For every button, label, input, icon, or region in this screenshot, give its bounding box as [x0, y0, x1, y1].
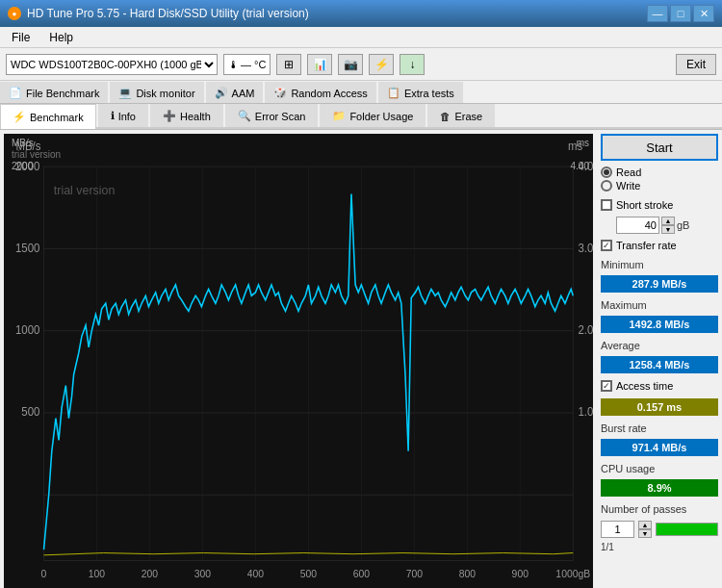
read-label: Read: [616, 166, 641, 178]
trial-watermark: trial version: [12, 149, 61, 160]
menu-help[interactable]: Help: [45, 30, 77, 45]
progress-fill: [657, 524, 717, 535]
random-access-label: Random Access: [291, 88, 367, 99]
burst-rate-label: Burst rate: [601, 421, 718, 434]
tab-bar-row2: ⚡ Benchmark ℹ Info ➕ Health 🔍 Error Scan…: [0, 104, 722, 129]
gb-input[interactable]: [616, 217, 659, 234]
toolbar-btn-1[interactable]: ⊞: [276, 54, 301, 75]
folder-usage-label: Folder Usage: [349, 111, 413, 122]
tab-disk-monitor[interactable]: 💻 Disk monitor: [110, 82, 203, 103]
svg-text:300: 300: [194, 567, 211, 579]
read-write-group: Read Write: [601, 165, 718, 193]
progress-bar: [656, 523, 718, 536]
access-time-checkbox[interactable]: Access time: [601, 378, 718, 394]
window-title: HD Tune Pro 5.75 - Hard Disk/SSD Utility…: [27, 7, 309, 20]
file-benchmark-icon: 📄: [9, 87, 22, 99]
health-label: Health: [180, 111, 211, 122]
tab-folder-usage[interactable]: 📁 Folder Usage: [320, 104, 425, 127]
disk-monitor-label: Disk monitor: [136, 88, 194, 99]
toolbar-btn-4[interactable]: ⚡: [369, 54, 394, 75]
extra-tests-label: Extra tests: [404, 88, 454, 99]
toolbar-btn-3[interactable]: 📷: [338, 54, 363, 75]
gb-down[interactable]: ▼: [661, 225, 675, 234]
toolbar-btn-5[interactable]: ↓: [400, 54, 425, 75]
benchmark-icon: ⚡: [13, 111, 26, 123]
tab-health[interactable]: ➕ Health: [150, 104, 223, 127]
transfer-rate-label: Transfer rate: [616, 240, 677, 251]
start-button[interactable]: Start: [601, 134, 718, 161]
drive-select[interactable]: WDC WDS100T2B0C-00PXH0 (1000 gB): [6, 54, 218, 75]
svg-text:2.00: 2.00: [578, 323, 593, 338]
aam-icon: 🔊: [215, 87, 228, 99]
short-stroke-checkbox[interactable]: Short stroke: [601, 197, 718, 213]
average-value: 1258.4 MB/s: [601, 356, 718, 373]
app-icon: ●: [8, 7, 21, 20]
ms-label: ms: [577, 138, 589, 148]
tab-file-benchmark[interactable]: 📄 File Benchmark: [0, 82, 108, 103]
toolbar-btn-2[interactable]: 📊: [307, 54, 332, 75]
write-radio[interactable]: Write: [601, 180, 718, 192]
svg-text:500: 500: [300, 567, 317, 579]
tab-benchmark[interactable]: ⚡ Benchmark: [0, 104, 96, 129]
access-time-value: 0.157 ms: [601, 398, 718, 416]
error-scan-label: Error Scan: [255, 111, 306, 122]
main-area: MB/s ms trial version 2000 4.00: [0, 130, 722, 588]
gb-input-row: ▲ ▼ gB: [601, 217, 718, 234]
read-radio-indicator: [601, 166, 612, 178]
menu-file[interactable]: File: [8, 30, 34, 45]
svg-text:1000gB: 1000gB: [555, 567, 590, 579]
progress-text: 1/1: [601, 542, 718, 552]
passes-label: Number of passes: [601, 501, 718, 515]
transfer-rate-indicator: [601, 240, 612, 251]
benchmark-chart: 2000 1500 1000 500 4.00 3.00 2.00 1.00 M…: [4, 134, 593, 588]
short-stroke-label: Short stroke: [616, 199, 673, 211]
erase-label: Erase: [454, 111, 482, 122]
svg-text:500: 500: [21, 405, 39, 420]
maximize-button[interactable]: □: [670, 5, 691, 22]
passes-input[interactable]: [601, 521, 634, 538]
minimum-label: Minimum: [601, 257, 718, 270]
error-scan-icon: 🔍: [238, 110, 251, 122]
passes-down[interactable]: ▼: [638, 529, 652, 538]
gb-unit: gB: [677, 219, 689, 231]
maximum-label: Maximum: [601, 297, 718, 311]
exit-button[interactable]: Exit: [676, 54, 716, 75]
svg-text:600: 600: [353, 567, 370, 579]
svg-text:800: 800: [459, 567, 476, 579]
svg-text:900: 900: [512, 567, 529, 579]
health-icon: ➕: [163, 110, 176, 122]
temperature-value: — °C: [241, 59, 266, 70]
info-label: Info: [118, 111, 136, 122]
transfer-rate-checkbox[interactable]: Transfer rate: [601, 238, 718, 253]
read-radio[interactable]: Read: [601, 166, 718, 178]
thermometer-icon: 🌡: [228, 59, 239, 70]
right-panel: Start Read Write Short stroke ▲ ▼ gB: [597, 130, 722, 588]
minimize-button[interactable]: —: [647, 5, 668, 22]
write-radio-indicator: [601, 180, 612, 192]
mbps-label: MB/s: [12, 138, 34, 148]
tab-info[interactable]: ℹ Info: [98, 104, 148, 127]
svg-text:1000: 1000: [15, 323, 40, 338]
tab-error-scan[interactable]: 🔍 Error Scan: [225, 104, 319, 127]
tab-aam[interactable]: 🔊 AAM: [206, 82, 264, 103]
gb-up[interactable]: ▲: [661, 217, 675, 225]
tab-random-access[interactable]: 🎲 Random Access: [265, 82, 375, 103]
write-label: Write: [616, 180, 640, 192]
average-label: Average: [601, 338, 718, 351]
disk-monitor-icon: 💻: [118, 87, 132, 99]
gb-spinner: ▲ ▼: [661, 217, 675, 234]
passes-up[interactable]: ▲: [638, 521, 652, 529]
svg-text:0: 0: [41, 567, 47, 579]
tab-extra-tests[interactable]: 📋 Extra tests: [378, 82, 463, 103]
access-time-indicator: [601, 380, 612, 392]
info-icon: ℹ: [111, 110, 115, 122]
svg-text:trial version: trial version: [54, 182, 116, 197]
title-bar-controls[interactable]: — □ ✕: [647, 5, 714, 22]
burst-rate-value: 971.4 MB/s: [601, 439, 718, 456]
svg-text:1.00: 1.00: [578, 405, 593, 420]
folder-usage-icon: 📁: [332, 110, 346, 122]
tab-erase[interactable]: 🗑 Erase: [427, 104, 495, 127]
svg-text:100: 100: [89, 567, 105, 579]
toolbar: WDC WDS100T2B0C-00PXH0 (1000 gB) 🌡 — °C …: [0, 48, 722, 81]
close-button[interactable]: ✕: [693, 5, 714, 22]
